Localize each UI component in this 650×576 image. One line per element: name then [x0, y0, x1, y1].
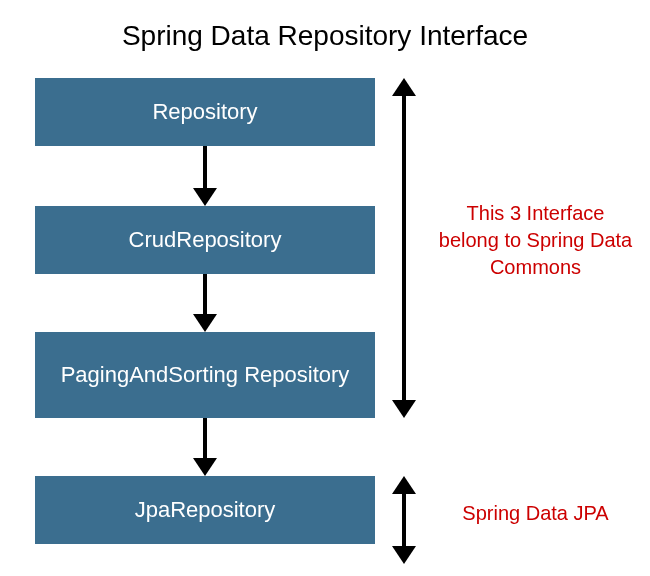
- arrow-head-down-icon: [392, 546, 416, 564]
- arrow-head-down-icon: [193, 314, 217, 332]
- annotation-jpa: Spring Data JPA: [438, 500, 633, 527]
- repository-box: Repository: [35, 78, 375, 146]
- diagram-title: Spring Data Repository Interface: [0, 20, 650, 52]
- arrow-head-down-icon: [193, 458, 217, 476]
- arrow-line: [203, 146, 207, 188]
- paging-sorting-repository-box: PagingAndSorting Repository: [35, 332, 375, 418]
- arrow-head-down-icon: [193, 188, 217, 206]
- arrow-line: [203, 418, 207, 458]
- bracket-line: [402, 490, 406, 548]
- crud-repository-box: CrudRepository: [35, 206, 375, 274]
- arrow-head-down-icon: [392, 400, 416, 418]
- jpa-repository-box: JpaRepository: [35, 476, 375, 544]
- bracket-line: [402, 92, 406, 402]
- paging-sorting-repository-label: PagingAndSorting Repository: [61, 362, 350, 387]
- repository-label: Repository: [152, 99, 257, 124]
- jpa-repository-label: JpaRepository: [135, 497, 276, 522]
- crud-repository-label: CrudRepository: [129, 227, 282, 252]
- annotation-commons: This 3 Interface belong to Spring Data C…: [438, 200, 633, 281]
- arrow-line: [203, 274, 207, 314]
